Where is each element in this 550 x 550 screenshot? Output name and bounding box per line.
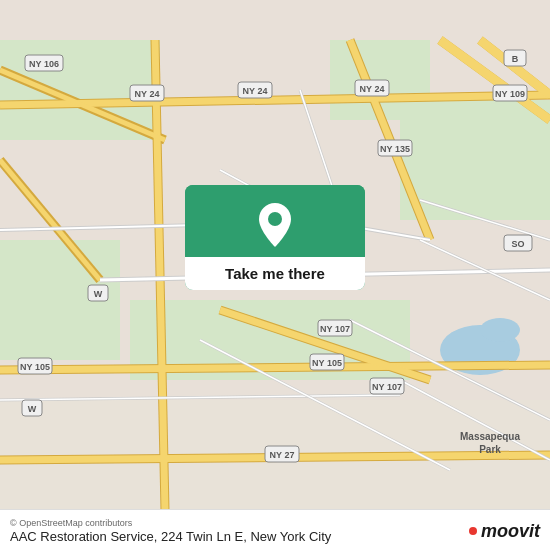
svg-point-7 [480, 318, 520, 342]
bottom-bar: © OpenStreetMap contributors AAC Restora… [0, 509, 550, 550]
svg-text:Massapequa: Massapequa [460, 431, 520, 442]
take-me-there-button[interactable]: Take me there [185, 185, 365, 290]
svg-text:NY 24: NY 24 [360, 84, 385, 94]
svg-text:NY 27: NY 27 [270, 450, 295, 460]
svg-text:B: B [512, 54, 519, 64]
svg-line-43 [0, 395, 400, 400]
button-label: Take me there [185, 257, 365, 290]
svg-point-82 [268, 212, 282, 226]
svg-text:NY 24: NY 24 [243, 86, 268, 96]
svg-text:NY 135: NY 135 [380, 144, 410, 154]
location-pin-icon [256, 203, 294, 247]
svg-text:NY 107: NY 107 [320, 324, 350, 334]
bottom-left: © OpenStreetMap contributors AAC Restora… [10, 518, 331, 544]
moovit-logo: moovit [469, 521, 540, 542]
svg-line-20 [0, 365, 550, 370]
svg-text:NY 105: NY 105 [20, 362, 50, 372]
button-icon-area [185, 185, 365, 257]
svg-text:Park: Park [479, 444, 501, 455]
svg-text:NY 109: NY 109 [495, 89, 525, 99]
svg-text:NY 106: NY 106 [29, 59, 59, 69]
map-container: NY 106 NY 24 NY 24 NY 24 NY 135 NY 105 N… [0, 0, 550, 550]
svg-text:SO: SO [511, 239, 524, 249]
svg-text:NY 105: NY 105 [312, 358, 342, 368]
location-label: AAC Restoration Service, 224 Twin Ln E, … [10, 529, 331, 544]
svg-text:W: W [94, 289, 103, 299]
svg-text:NY 107: NY 107 [372, 382, 402, 392]
map-attribution: © OpenStreetMap contributors [10, 518, 331, 528]
moovit-dot-icon [469, 527, 477, 535]
svg-text:W: W [28, 404, 37, 414]
moovit-brand: moovit [481, 521, 540, 542]
svg-text:NY 24: NY 24 [135, 89, 160, 99]
